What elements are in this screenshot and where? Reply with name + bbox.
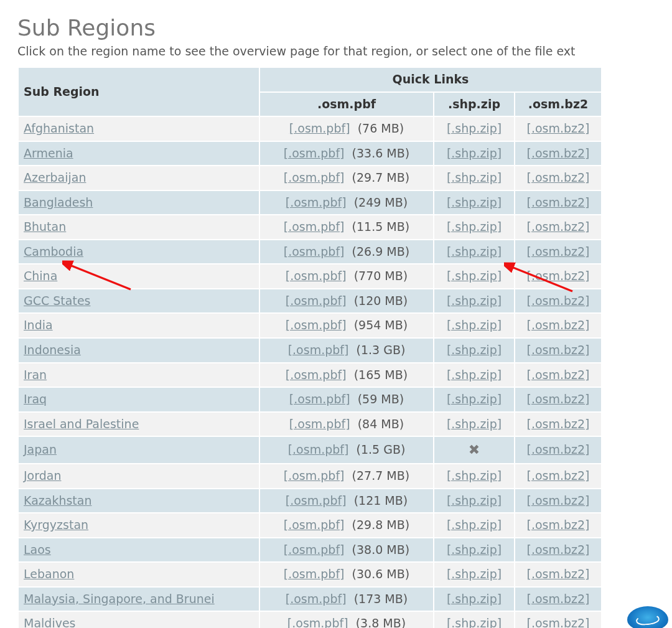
region-link[interactable]: Indonesia — [24, 343, 81, 357]
osm-bz2-link[interactable]: [.osm.bz2] — [526, 494, 589, 507]
shp-zip-link[interactable]: [.shp.zip] — [447, 269, 502, 283]
table-row: Jordan[.osm.pbf] (27.7 MB)[.shp.zip][.os… — [18, 464, 602, 489]
shp-zip-link[interactable]: [.shp.zip] — [447, 245, 502, 258]
osm-pbf-link[interactable]: [.osm.pbf] — [284, 543, 345, 556]
osm-pbf-link[interactable]: [.osm.pbf] — [286, 269, 347, 283]
osm-pbf-link[interactable]: [.osm.pbf] — [288, 343, 349, 357]
osm-bz2-link[interactable]: [.osm.bz2] — [526, 616, 589, 628]
region-link[interactable]: Cambodia — [24, 245, 83, 258]
osm-bz2-link[interactable]: [.osm.bz2] — [526, 269, 589, 283]
shp-zip-link[interactable]: [.shp.zip] — [447, 518, 502, 532]
region-link[interactable]: China — [24, 269, 57, 283]
region-link[interactable]: Afghanistan — [24, 121, 94, 135]
file-size: (249 MB) — [354, 195, 408, 209]
region-link[interactable]: Lebanon — [24, 567, 74, 581]
osm-pbf-link[interactable]: [.osm.pbf] — [286, 318, 347, 332]
shp-zip-link[interactable]: [.shp.zip] — [447, 543, 502, 556]
osm-bz2-link[interactable]: [.osm.bz2] — [526, 294, 589, 307]
region-link[interactable]: Bhutan — [24, 220, 66, 233]
shp-zip-link[interactable]: [.shp.zip] — [447, 294, 502, 307]
file-size: (26.9 MB) — [352, 245, 410, 258]
osm-bz2-link[interactable]: [.osm.bz2] — [526, 368, 589, 382]
osm-pbf-link[interactable]: [.osm.pbf] — [286, 294, 347, 307]
file-size: (954 MB) — [354, 318, 408, 332]
region-link[interactable]: Armenia — [24, 146, 73, 160]
file-size: (3.8 MB) — [356, 616, 406, 628]
shp-zip-link[interactable]: [.shp.zip] — [447, 567, 502, 581]
file-size: (770 MB) — [354, 269, 408, 283]
osm-pbf-link[interactable]: [.osm.pbf] — [284, 220, 345, 233]
region-link[interactable]: Iraq — [24, 392, 47, 406]
sub-regions-table: Sub Region Quick Links .osm.pbf .shp.zip… — [17, 67, 602, 628]
osm-bz2-link[interactable]: [.osm.bz2] — [526, 220, 589, 233]
shp-zip-link[interactable]: [.shp.zip] — [447, 592, 502, 606]
osm-pbf-link[interactable]: [.osm.pbf] — [284, 518, 345, 532]
osm-bz2-link[interactable]: [.osm.bz2] — [526, 146, 589, 160]
osm-pbf-link[interactable]: [.osm.pbf] — [284, 469, 345, 482]
file-size: (1.3 GB) — [357, 343, 406, 357]
osm-pbf-link[interactable]: [.osm.pbf] — [289, 392, 350, 406]
table-row: Iran[.osm.pbf] (165 MB)[.shp.zip][.osm.b… — [18, 363, 602, 388]
region-link[interactable]: Jordan — [24, 469, 61, 482]
unavailable-icon: ✖ — [469, 442, 480, 457]
shp-zip-link[interactable]: [.shp.zip] — [447, 494, 502, 507]
osm-bz2-link[interactable]: [.osm.bz2] — [526, 318, 589, 332]
region-link[interactable]: Malaysia, Singapore, and Brunei — [24, 592, 215, 606]
table-row: Armenia[.osm.pbf] (33.6 MB)[.shp.zip][.o… — [18, 141, 602, 166]
osm-bz2-link[interactable]: [.osm.bz2] — [526, 171, 589, 184]
region-link[interactable]: Kyrgyzstan — [24, 518, 88, 532]
osm-pbf-link[interactable]: [.osm.pbf] — [284, 171, 345, 184]
shp-zip-link[interactable]: [.shp.zip] — [447, 220, 502, 233]
shp-zip-link[interactable]: [.shp.zip] — [447, 392, 502, 406]
region-link[interactable]: Iran — [24, 368, 47, 382]
osm-bz2-link[interactable]: [.osm.bz2] — [526, 195, 589, 209]
shp-zip-link[interactable]: [.shp.zip] — [447, 368, 502, 382]
region-link[interactable]: GCC States — [24, 294, 91, 307]
shp-zip-link[interactable]: [.shp.zip] — [447, 146, 502, 160]
shp-zip-link[interactable]: [.shp.zip] — [447, 469, 502, 482]
osm-bz2-link[interactable]: [.osm.bz2] — [526, 443, 589, 456]
region-link[interactable]: Israel and Palestine — [24, 417, 139, 431]
osm-bz2-link[interactable]: [.osm.bz2] — [526, 543, 589, 556]
osm-bz2-link[interactable]: [.osm.bz2] — [526, 245, 589, 258]
osm-bz2-link[interactable]: [.osm.bz2] — [526, 417, 589, 431]
table-row: Israel and Palestine[.osm.pbf] (84 MB)[.… — [18, 412, 602, 437]
shp-zip-link[interactable]: [.shp.zip] — [447, 616, 502, 628]
region-link[interactable]: Laos — [24, 543, 51, 556]
osm-bz2-link[interactable]: [.osm.bz2] — [526, 343, 589, 357]
osm-bz2-link[interactable]: [.osm.bz2] — [526, 469, 589, 482]
osm-bz2-link[interactable]: [.osm.bz2] — [526, 121, 589, 135]
region-link[interactable]: Japan — [24, 443, 57, 456]
osm-pbf-link[interactable]: [.osm.pbf] — [288, 443, 349, 456]
osm-pbf-link[interactable]: [.osm.pbf] — [286, 494, 347, 507]
osm-pbf-link[interactable]: [.osm.pbf] — [284, 146, 345, 160]
table-row: Malaysia, Singapore, and Brunei[.osm.pbf… — [18, 587, 602, 612]
osm-pbf-link[interactable]: [.osm.pbf] — [287, 616, 348, 628]
shp-zip-link[interactable]: [.shp.zip] — [447, 121, 502, 135]
osm-pbf-link[interactable]: [.osm.pbf] — [284, 245, 345, 258]
shp-zip-link[interactable]: [.shp.zip] — [447, 195, 502, 209]
shp-zip-link[interactable]: [.shp.zip] — [447, 171, 502, 184]
region-link[interactable]: Azerbaijan — [24, 171, 86, 184]
shp-zip-link[interactable]: [.shp.zip] — [447, 343, 502, 357]
osm-pbf-link[interactable]: [.osm.pbf] — [289, 121, 350, 135]
osm-pbf-link[interactable]: [.osm.pbf] — [286, 368, 347, 382]
shp-zip-link[interactable]: [.shp.zip] — [447, 318, 502, 332]
osm-bz2-link[interactable]: [.osm.bz2] — [526, 592, 589, 606]
file-size: (173 MB) — [354, 592, 408, 606]
table-row: Kazakhstan[.osm.pbf] (121 MB)[.shp.zip][… — [18, 489, 602, 513]
osm-bz2-link[interactable]: [.osm.bz2] — [526, 518, 589, 532]
osm-pbf-link[interactable]: [.osm.pbf] — [286, 592, 347, 606]
osm-bz2-link[interactable]: [.osm.bz2] — [526, 392, 589, 406]
region-link[interactable]: Bangladesh — [24, 195, 93, 209]
table-row: Laos[.osm.pbf] (38.0 MB)[.shp.zip][.osm.… — [18, 538, 602, 563]
osm-pbf-link[interactable]: [.osm.pbf] — [286, 195, 347, 209]
region-link[interactable]: Kazakhstan — [24, 494, 91, 507]
osm-pbf-link[interactable]: [.osm.pbf] — [284, 567, 345, 581]
region-link[interactable]: India — [24, 318, 53, 332]
region-link[interactable]: Maldives — [24, 616, 76, 628]
osm-bz2-link[interactable]: [.osm.bz2] — [526, 567, 589, 581]
osm-pbf-link[interactable]: [.osm.pbf] — [289, 417, 350, 431]
file-size: (165 MB) — [354, 368, 408, 382]
shp-zip-link[interactable]: [.shp.zip] — [447, 417, 502, 431]
